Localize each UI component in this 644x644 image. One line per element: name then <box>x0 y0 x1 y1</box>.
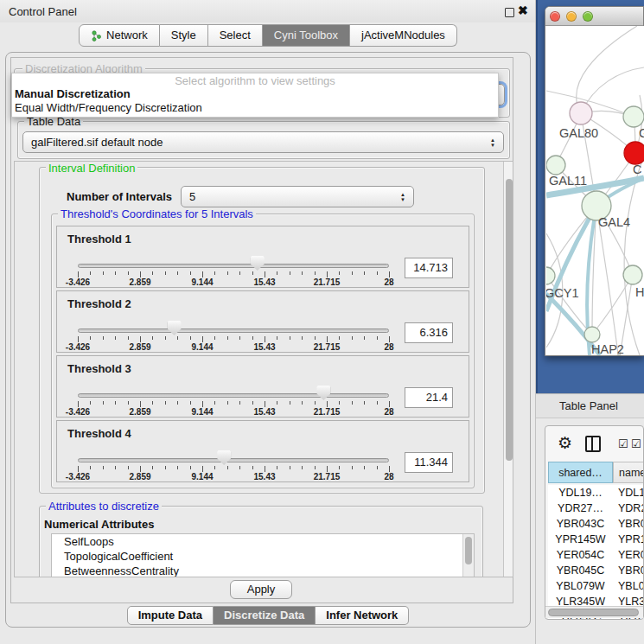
settings-scrollbar[interactable] <box>503 162 513 577</box>
table-row[interactable]: YDR27…YDR27 <box>548 501 644 516</box>
scrollbar-thumb[interactable] <box>548 609 639 616</box>
tick-mark <box>277 401 277 405</box>
cell-name[interactable]: YER054C <box>613 547 644 563</box>
cell-shared-name[interactable]: YDR27… <box>548 501 613 516</box>
threshold-value-field[interactable]: 11.344 <box>405 452 453 473</box>
tab-jactivemnodules[interactable]: jActiveMNodules <box>350 24 457 47</box>
network-node[interactable] <box>546 156 565 175</box>
tick-mark <box>128 336 129 340</box>
table-row[interactable]: YBR043CYBR043C <box>548 516 644 532</box>
network-canvas-svg: GAL80GCGAL11GAL4GCY1HHAP2 <box>546 26 644 355</box>
tab-infer-network[interactable]: Infer Network <box>316 606 409 625</box>
table-hscrollbar[interactable] <box>545 606 643 618</box>
tab-select[interactable]: Select <box>208 24 263 47</box>
cell-shared-name[interactable]: YER054C <box>548 547 613 563</box>
slider-thumb[interactable] <box>316 386 330 400</box>
tick-mark <box>364 336 365 340</box>
zoom-traffic-light[interactable] <box>583 11 593 22</box>
attributes-scrollbar[interactable] <box>462 534 474 577</box>
tab-discretize-data[interactable]: Discretize Data <box>214 606 316 625</box>
slider-track[interactable] <box>78 264 389 268</box>
cell-name[interactable]: YPR145W <box>613 532 644 547</box>
close-traffic-light[interactable] <box>550 11 560 22</box>
cell-shared-name[interactable]: YBL079W <box>548 578 613 594</box>
threshold-value-field[interactable]: 6.316 <box>405 322 453 343</box>
network-canvas[interactable]: GAL80GCGAL11GAL4GCY1HHAP2 <box>546 26 644 355</box>
tick-mark <box>190 271 191 275</box>
column-header-name[interactable]: name <box>613 462 644 483</box>
slider-track[interactable] <box>78 393 389 398</box>
attribute-item[interactable]: BetweennessCentrality <box>52 564 474 577</box>
tick-mark <box>103 336 104 340</box>
tick-mark <box>90 271 91 275</box>
numerical-attributes-list[interactable]: SelfLoopsTopologicalCoefficientBetweenne… <box>51 533 475 577</box>
tab-impute-data[interactable]: Impute Data <box>127 606 214 625</box>
tick-label: 9.144 <box>191 472 213 481</box>
tab-label: Select <box>220 25 251 46</box>
tick-mark <box>227 271 228 275</box>
node-label: GAL4 <box>598 215 630 229</box>
slider-thumb[interactable] <box>217 450 231 465</box>
tab-network[interactable]: Network <box>79 24 160 47</box>
table-data-combobox[interactable]: galFiltered.sif default node ▲▼ <box>22 131 504 153</box>
apply-button[interactable]: Apply <box>230 580 292 599</box>
cell-shared-name[interactable]: YPR145W <box>548 532 613 547</box>
cell-shared-name[interactable]: YBR045C <box>548 563 613 578</box>
slider-track[interactable] <box>78 328 389 333</box>
slider-track[interactable] <box>78 458 389 462</box>
tick-mark <box>252 271 253 275</box>
tick-mark <box>78 271 79 277</box>
table-row[interactable]: YPR145WYPR145W <box>548 532 644 547</box>
dropdown-item-equal-width-frequency[interactable]: Equal Width/Frequency Discretization <box>12 101 498 115</box>
float-panel-icon[interactable] <box>505 8 514 17</box>
scrollbar-thumb[interactable] <box>465 537 472 564</box>
tab-style[interactable]: Style <box>160 24 208 47</box>
cell-name[interactable]: YBR045C <box>613 563 644 578</box>
threshold-label: Threshold 2 <box>67 297 131 310</box>
slider-thumb[interactable] <box>251 256 265 271</box>
scrollbar-thumb[interactable] <box>506 179 513 461</box>
network-node[interactable] <box>546 267 555 284</box>
table-row[interactable]: YER054CYER054C <box>548 547 644 563</box>
tick-mark <box>190 336 191 340</box>
column-header-shared-name[interactable]: shared… <box>548 462 613 483</box>
panel-title: Control Panel <box>9 5 77 18</box>
network-window-titlebar[interactable] <box>545 7 643 26</box>
close-icon[interactable]: ✖ <box>518 3 528 17</box>
number-of-intervals-combobox[interactable]: 5 ▲▼ <box>181 186 414 207</box>
slider-thumb[interactable] <box>168 321 182 335</box>
minimize-traffic-light[interactable] <box>566 11 577 22</box>
tick-mark <box>265 466 265 472</box>
network-node[interactable] <box>623 106 644 127</box>
network-node[interactable] <box>584 327 600 342</box>
cell-shared-name[interactable]: YBR043C <box>548 516 613 532</box>
cell-name[interactable]: YDL19 <box>613 485 644 501</box>
tab-cyni-toolbox[interactable]: Cyni Toolbox <box>263 24 350 47</box>
tick-mark <box>277 271 277 275</box>
checkbox-icon[interactable]: ☑ <box>618 437 628 450</box>
threshold-value-field[interactable]: 21.4 <box>405 387 453 408</box>
cell-name[interactable]: YBL079W <box>613 578 644 594</box>
tick-mark <box>177 466 178 469</box>
network-node[interactable] <box>623 265 642 284</box>
table-row[interactable]: YBR045CYBR045C <box>548 563 644 578</box>
network-node[interactable] <box>624 142 644 164</box>
threshold-value-field[interactable]: 14.713 <box>405 258 453 278</box>
network-view-window: GAL80GCGAL11GAL4GCY1HHAP2 <box>545 6 644 356</box>
slider-tick-labels: -3.4262.8599.14415.4321.71528 <box>78 407 389 417</box>
tick-mark <box>239 271 240 275</box>
network-node[interactable] <box>570 102 592 124</box>
table-row[interactable]: YDL19…YDL19 <box>548 485 644 501</box>
checkbox-icon[interactable]: ☑ <box>631 437 641 450</box>
dropdown-item-manual-discretization[interactable]: Manual Discretization <box>12 87 498 101</box>
table-row[interactable]: YBL079WYBL079W <box>548 578 644 594</box>
columns-icon[interactable] <box>585 436 601 452</box>
gear-icon[interactable]: ⚙ <box>558 433 572 453</box>
attribute-item[interactable]: TopologicalCoefficient <box>52 549 474 564</box>
cell-shared-name[interactable]: YDL19… <box>548 485 613 501</box>
attribute-item[interactable]: SelfLoops <box>52 534 474 549</box>
cell-name[interactable]: YBR043C <box>613 516 644 532</box>
table-panel-titlebar: Table Panel <box>536 393 644 418</box>
tick-label: 2.859 <box>129 277 150 287</box>
cell-name[interactable]: YDR27 <box>613 501 644 516</box>
